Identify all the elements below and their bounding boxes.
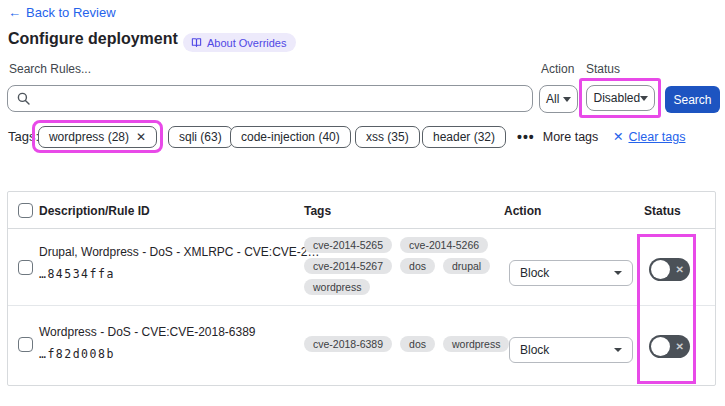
selected-tag-highlight: wordpress (28) ✕ xyxy=(32,120,163,153)
chevron-down-icon xyxy=(640,96,648,101)
rule-tag: cve-2018-6389 xyxy=(304,336,392,352)
rule-action-dropdown[interactable]: Block xyxy=(509,260,633,286)
rule-action-dropdown[interactable]: Block xyxy=(509,337,633,363)
remove-tag-icon[interactable]: ✕ xyxy=(136,131,146,143)
rule-description-block: Drupal, Wordpress - DoS - XMLRPC - CVE:C… xyxy=(39,245,320,281)
more-tags-label: More tags xyxy=(543,130,599,144)
chevron-down-icon xyxy=(614,348,622,352)
rule-tag: dos xyxy=(400,336,435,352)
clear-tags-label: Clear tags xyxy=(628,130,685,144)
table-row: Wordpress - DoS - CVE:CVE-2018-6389 …f82… xyxy=(8,306,715,383)
tag-filter-label: sqli (63) xyxy=(179,130,222,144)
rule-action-value: Block xyxy=(520,266,549,280)
tag-filter-chip-selected[interactable]: wordpress (28) ✕ xyxy=(38,126,157,148)
back-arrow-icon: ← xyxy=(8,5,21,20)
rule-tag: dos xyxy=(400,258,435,274)
rule-tags-cell: cve-2014-5265 cve-2014-5266 cve-2014-526… xyxy=(304,237,490,295)
column-header-description: Description/Rule ID xyxy=(39,204,150,218)
configure-deployment-page: ← Back to Review Configure deployment Ab… xyxy=(0,0,725,406)
chevron-down-icon xyxy=(563,97,571,102)
rule-id: …84534ffa xyxy=(39,267,320,281)
rule-description-block: Wordpress - DoS - CVE:CVE-2018-6389 …f82… xyxy=(39,325,256,361)
tag-filter-label: header (32) xyxy=(433,130,495,144)
rule-id: …f82d008b xyxy=(39,347,256,361)
column-header-tags: Tags xyxy=(304,204,331,218)
clear-icon: ✕ xyxy=(613,129,623,144)
search-rules-input[interactable] xyxy=(7,85,533,112)
rule-tag: cve-2014-5265 xyxy=(304,237,392,253)
status-toggle[interactable]: ✕ xyxy=(649,335,690,358)
status-filter-dropdown[interactable]: Disabled xyxy=(586,85,655,111)
tag-filter-label: wordpress (28) xyxy=(49,130,129,144)
toggle-knob xyxy=(651,260,670,279)
toggle-off-icon: ✕ xyxy=(676,341,684,352)
status-toggle[interactable]: ✕ xyxy=(649,258,690,281)
status-filter-highlight: Disabled xyxy=(579,78,661,118)
chevron-down-icon xyxy=(614,271,622,275)
toggle-off-icon: ✕ xyxy=(676,264,684,275)
table-header-row: Description/Rule ID Tags Action Status xyxy=(8,192,715,229)
select-all-checkbox[interactable] xyxy=(18,203,33,218)
rule-tag: cve-2014-5266 xyxy=(400,237,488,253)
status-filter-value: Disabled xyxy=(594,91,641,105)
tag-filter-label: code-injection (40) xyxy=(241,130,340,144)
action-filter-dropdown[interactable]: All xyxy=(539,85,578,113)
about-overrides-badge[interactable]: About Overrides xyxy=(183,33,296,52)
tag-filter-label: xss (35) xyxy=(366,130,409,144)
toggle-knob xyxy=(651,337,670,356)
clear-tags-button[interactable]: ✕ Clear tags xyxy=(613,129,685,144)
row-checkbox[interactable] xyxy=(18,260,33,275)
table-row: Drupal, Wordpress - DoS - XMLRPC - CVE:C… xyxy=(8,229,715,306)
rule-tags-cell: cve-2018-6389 dos wordpress xyxy=(304,336,509,352)
rule-action-value: Block xyxy=(520,343,549,357)
column-header-status: Status xyxy=(644,204,681,218)
search-rules-label: Search Rules... xyxy=(9,62,91,76)
book-icon xyxy=(191,37,202,48)
search-icon xyxy=(17,92,30,105)
tag-filter-chip[interactable]: sqli (63) xyxy=(168,126,233,148)
rule-tag: wordpress xyxy=(304,279,370,295)
ellipsis-icon: ••• xyxy=(517,129,535,145)
about-overrides-label: About Overrides xyxy=(207,37,286,49)
page-title: Configure deployment xyxy=(8,30,178,48)
rule-tag: drupal xyxy=(443,258,490,274)
more-tags-button[interactable]: ••• More tags xyxy=(517,129,598,145)
back-link-label: Back to Review xyxy=(26,5,116,20)
back-to-review-link[interactable]: ← Back to Review xyxy=(8,5,116,20)
search-button[interactable]: Search xyxy=(665,86,720,113)
rule-description: Wordpress - DoS - CVE:CVE-2018-6389 xyxy=(39,325,256,339)
rule-tag: wordpress xyxy=(443,336,509,352)
rule-tag: cve-2014-5267 xyxy=(304,258,392,274)
rules-table: Description/Rule ID Tags Action Status D… xyxy=(7,191,716,386)
status-filter-label: Status xyxy=(586,62,620,76)
tag-filter-chip[interactable]: header (32) xyxy=(422,126,506,148)
action-filter-value: All xyxy=(546,92,559,106)
action-filter-label: Action xyxy=(541,62,574,76)
row-checkbox[interactable] xyxy=(18,337,33,352)
column-header-action: Action xyxy=(504,204,541,218)
tag-filter-chip[interactable]: code-injection (40) xyxy=(230,126,351,148)
rule-description: Drupal, Wordpress - DoS - XMLRPC - CVE:C… xyxy=(39,245,320,259)
tag-filter-chip[interactable]: xss (35) xyxy=(355,126,420,148)
